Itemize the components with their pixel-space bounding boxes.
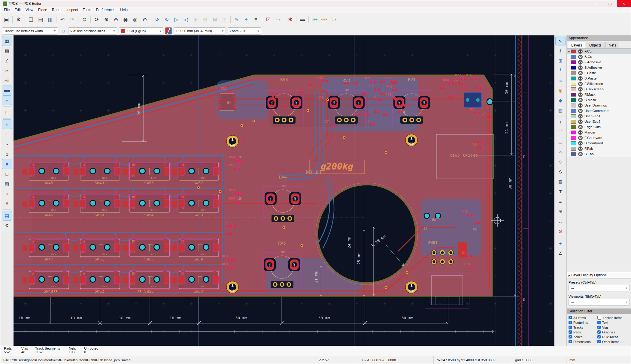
- pcb-canvas[interactable]: 1KR41D2LSSW451KR45D2LSSW491KR49D2LSSW531…: [14, 35, 554, 346]
- filter-other-items[interactable]: ✓Other items: [597, 339, 630, 344]
- layer-color-swatch[interactable]: [571, 82, 576, 86]
- layer-color-swatch[interactable]: [571, 55, 576, 59]
- zoom-fit-objects-button[interactable]: ◎: [131, 15, 140, 24]
- layer-color-swatch[interactable]: [571, 147, 576, 151]
- layer-row-f.fab[interactable]: F.Fab: [567, 146, 631, 151]
- filter-dimensions[interactable]: ✓Dimensions: [569, 339, 597, 344]
- layer-display-options[interactable]: ▶Layer Display Options: [567, 272, 631, 278]
- board-setup-button[interactable]: ⚙: [14, 15, 23, 24]
- active-layer-dropdown[interactable]: F.Cu (PgUp) ∨: [119, 27, 163, 35]
- filter-graphics[interactable]: ✓Graphics: [597, 330, 630, 334]
- menu-view[interactable]: View: [23, 7, 36, 13]
- layer-row-margin[interactable]: Margin: [567, 130, 631, 135]
- checkbox-icon[interactable]: ✓: [597, 330, 601, 334]
- menu-edit[interactable]: Edit: [12, 7, 23, 13]
- menu-route[interactable]: Route: [50, 7, 64, 13]
- visibility-eye-icon[interactable]: [578, 60, 583, 65]
- crosshair-cursor-button[interactable]: +: [2, 96, 12, 105]
- save-button[interactable]: ▣: [2, 15, 11, 24]
- filter-all-items[interactable]: ✓All items: [569, 315, 597, 320]
- menu-file[interactable]: File: [2, 7, 12, 13]
- filter-tracks[interactable]: ✓Tracks: [569, 325, 597, 329]
- checkbox-icon[interactable]: ✓: [597, 321, 601, 324]
- ungroup-button[interactable]: ⊟: [201, 15, 210, 24]
- add-image-button[interactable]: ▧: [556, 177, 565, 186]
- curved-ratsnest-button[interactable]: ≈: [2, 130, 12, 139]
- layer-color-swatch[interactable]: [571, 50, 576, 53]
- layer-color-swatch[interactable]: [571, 104, 576, 107]
- add-rule-area-button[interactable]: ▨: [556, 106, 565, 115]
- grid-dropdown[interactable]: 1.0000 mm (39.37 mils) ∨: [174, 27, 226, 35]
- visibility-eye-icon[interactable]: [578, 82, 583, 86]
- add-dimension-button[interactable]: ↔: [556, 217, 565, 226]
- units-mm-button[interactable]: mm: [2, 86, 12, 95]
- filter-rule-areas[interactable]: ✓Rule Areas: [597, 335, 630, 339]
- units-mils-button[interactable]: mil: [2, 76, 12, 85]
- zoom-fit-page-button[interactable]: ◉: [121, 15, 130, 24]
- draw-bezier-button[interactable]: S: [556, 167, 565, 176]
- presets-dropdown[interactable]: --- ∨: [569, 285, 630, 291]
- checkbox-icon[interactable]: ✓: [569, 316, 572, 319]
- viewports-dropdown[interactable]: --- ∨: [569, 299, 630, 305]
- zone-display-hatched-button[interactable]: ▨: [2, 179, 12, 188]
- tab-objects[interactable]: Objects: [586, 42, 605, 48]
- units-inches-button[interactable]: in: [2, 66, 12, 75]
- layer-color-swatch[interactable]: [571, 125, 576, 129]
- swap-layers-button[interactable]: ✎: [232, 15, 241, 24]
- add-via-button[interactable]: ◉: [556, 86, 565, 95]
- layer-row-f.cu[interactable]: ▶F.Cu: [567, 49, 631, 54]
- visibility-eye-icon[interactable]: [578, 49, 583, 54]
- via-size-dropdown[interactable]: Via: use netclass sizes ∨: [68, 27, 117, 35]
- layer-row-user.eco1[interactable]: User.Eco1: [567, 113, 631, 119]
- update-pcb-from-schematic-button[interactable]: ≡: [251, 15, 260, 24]
- footprint-browser-button[interactable]: ⌖: [242, 15, 251, 24]
- layer-color-swatch[interactable]: [571, 87, 576, 91]
- layer-pair-toggle-button[interactable]: 1|2: [329, 15, 338, 24]
- checkbox-icon[interactable]: ✓: [569, 335, 572, 338]
- visibility-eye-icon[interactable]: [578, 136, 583, 140]
- draw-rectangle-button[interactable]: ▭: [556, 137, 565, 147]
- add-footprint-button[interactable]: ⊞: [556, 56, 565, 65]
- track-width-dropdown[interactable]: Track: use netclass width ∨: [2, 27, 58, 35]
- add-text-button[interactable]: T: [556, 187, 565, 196]
- visibility-eye-icon[interactable]: [578, 141, 583, 146]
- filter-footprints[interactable]: ✓Footprints: [569, 320, 597, 325]
- visibility-eye-icon[interactable]: [578, 55, 583, 59]
- route-tracks-button[interactable]: └: [556, 66, 565, 75]
- pads-outline-mode-button[interactable]: ○: [2, 189, 12, 198]
- tune-length-button[interactable]: ≈: [556, 76, 565, 85]
- unlock-button[interactable]: ⊡: [220, 15, 229, 24]
- rotate-cw-button[interactable]: ↻: [162, 15, 171, 24]
- visibility-eye-icon[interactable]: [578, 119, 583, 124]
- visibility-eye-icon[interactable]: [578, 98, 583, 102]
- layer-row-user.eco2[interactable]: User.Eco2: [567, 119, 631, 124]
- filter-text[interactable]: ✓Text: [597, 320, 630, 325]
- layer-color-swatch[interactable]: [571, 114, 576, 118]
- checkbox-icon[interactable]: ✓: [569, 321, 572, 324]
- layer-color-swatch[interactable]: [571, 77, 576, 80]
- visibility-eye-icon[interactable]: [578, 109, 583, 113]
- hide-nets-button[interactable]: ⌀: [2, 149, 12, 159]
- layer-color-swatch[interactable]: [571, 136, 576, 140]
- visibility-eye-icon[interactable]: [578, 125, 583, 129]
- draw-polygon-button[interactable]: ◇: [556, 157, 565, 167]
- polar-coordinates-button[interactable]: ∠: [2, 56, 12, 65]
- zone-display-filled-button[interactable]: ■: [2, 159, 12, 169]
- layer-color-swatch[interactable]: [571, 71, 576, 75]
- scripting-console-button[interactable]: ▬: [298, 15, 307, 24]
- layer-row-b.silkscreen[interactable]: B.Silkscreen: [567, 86, 631, 92]
- layer-row-b.cu[interactable]: B.Cu: [567, 54, 631, 59]
- layer-row-f.silkscreen[interactable]: F.Silkscreen: [567, 81, 631, 86]
- refresh-button[interactable]: ⟳: [92, 15, 101, 24]
- checkbox-icon[interactable]: ✓: [569, 330, 572, 334]
- highlight-nets-button[interactable]: ~: [2, 140, 12, 149]
- properties-panel-button[interactable]: ⚙: [2, 221, 12, 230]
- tracks-outline-mode-button[interactable]: #: [2, 199, 12, 208]
- layer-row-b.courtyard[interactable]: B.Courtyard: [567, 140, 631, 146]
- layer-color-swatch[interactable]: [571, 93, 576, 97]
- add-textbox-button[interactable]: ≡: [556, 197, 565, 206]
- zoom-in-button[interactable]: ⊕: [102, 15, 111, 24]
- draw-circle-button[interactable]: ○: [556, 147, 565, 157]
- plugin-manager-button[interactable]: ✱: [286, 15, 295, 24]
- track-posture-icon[interactable]: ⊔: [60, 28, 66, 34]
